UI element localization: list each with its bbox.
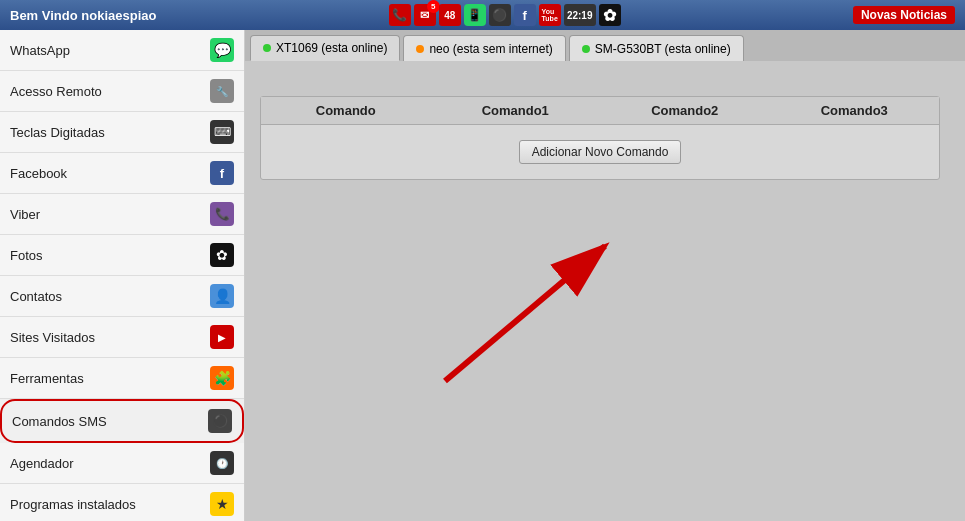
sites-sidebar-icon: ▶ [210,325,234,349]
cmd-header-3: Comando3 [770,103,940,118]
sidebar-item-programas-instalados[interactable]: Programas instalados ★ [0,484,244,521]
clock-icon: 22:19 [564,4,596,26]
command-table: Comando Comando1 Comando2 Comando3 Adici… [260,96,940,180]
svg-line-1 [445,246,605,381]
sidebar: WhatsApp 💬 Acesso Remoto 🔧 Teclas Digita… [0,30,245,521]
sidebar-item-sites-visitados[interactable]: Sites Visitados ▶ [0,317,244,358]
sidebar-item-comandos-sms[interactable]: Comandos SMS ⚫ [0,399,244,443]
acesso-remoto-sidebar-icon: 🔧 [210,79,234,103]
tab-dot-sm-g530bt [582,45,590,53]
sidebar-label-sites-visitados: Sites Visitados [10,330,210,345]
cmd-header-1: Comando1 [431,103,601,118]
youtube-header-icon[interactable]: YouTube [539,4,561,26]
tab-label-xt1069: XT1069 (esta online) [276,41,387,55]
sidebar-label-whatsapp: WhatsApp [10,43,210,58]
tab-neo[interactable]: neo (esta sem internet) [403,35,565,61]
header-title: Bem Vindo nokiaespiao [10,8,156,23]
sidebar-item-teclas-digitadas[interactable]: Teclas Digitadas ⌨ [0,112,244,153]
tabs-bar: XT1069 (esta online) neo (esta sem inter… [245,30,965,61]
command-table-body: Adicionar Novo Comando [261,125,939,179]
agendador-sidebar-icon: 🕐 [210,451,234,475]
sidebar-label-ferramentas: Ferramentas [10,371,210,386]
sidebar-item-contatos[interactable]: Contatos 👤 [0,276,244,317]
sidebar-label-facebook: Facebook [10,166,210,181]
fotos-sidebar-icon: ✿ [210,243,234,267]
notification-icon[interactable]: 48 [439,4,461,26]
viber-sidebar-icon: 📞 [210,202,234,226]
sms-sidebar-icon: ⚫ [208,409,232,433]
header: Bem Vindo nokiaespiao 📞 ✉ 5 48 📱 ⚫ f You… [0,0,965,30]
tab-xt1069[interactable]: XT1069 (esta online) [250,35,400,61]
sidebar-label-agendador: Agendador [10,456,210,471]
sidebar-label-fotos: Fotos [10,248,210,263]
sidebar-label-comandos-sms: Comandos SMS [12,414,208,429]
content-area: Comando Comando1 Comando2 Comando3 Adici… [245,61,965,521]
tab-label-neo: neo (esta sem internet) [429,42,552,56]
sidebar-item-fotos[interactable]: Fotos ✿ [0,235,244,276]
tab-sm-g530bt[interactable]: SM-G530BT (esta online) [569,35,744,61]
sidebar-item-acesso-remoto[interactable]: Acesso Remoto 🔧 [0,71,244,112]
sidebar-label-acesso-remoto: Acesso Remoto [10,84,210,99]
ferramentas-sidebar-icon: 🧩 [210,366,234,390]
facebook-sidebar-icon: f [210,161,234,185]
sms-badge: 5 [427,0,440,13]
header-icons: 📞 ✉ 5 48 📱 ⚫ f YouTube 22:19 ✿ [389,4,621,26]
tab-dot-neo [416,45,424,53]
tab-dot-xt1069 [263,44,271,52]
whatsapp-sidebar-icon: 💬 [210,38,234,62]
whatsapp-header-icon[interactable]: 📱 [464,4,486,26]
sidebar-item-viber[interactable]: Viber 📞 [0,194,244,235]
camera-icon[interactable]: ⚫ [489,4,511,26]
sidebar-item-ferramentas[interactable]: Ferramentas 🧩 [0,358,244,399]
programs-sidebar-icon: ★ [210,492,234,516]
sidebar-label-programas-instalados: Programas instalados [10,497,210,512]
main-content: XT1069 (esta online) neo (esta sem inter… [245,30,965,521]
teclas-digitadas-sidebar-icon: ⌨ [210,120,234,144]
phone-icon[interactable]: 📞 [389,4,411,26]
sidebar-label-viber: Viber [10,207,210,222]
sms-icon[interactable]: ✉ 5 [414,4,436,26]
cmd-header-0: Comando [261,103,431,118]
sidebar-item-agendador[interactable]: Agendador 🕐 [0,443,244,484]
sidebar-label-contatos: Contatos [10,289,210,304]
playboy-icon[interactable]: ✿ [599,4,621,26]
add-command-button[interactable]: Adicionar Novo Comando [519,140,682,164]
sidebar-label-teclas-digitadas: Teclas Digitadas [10,125,210,140]
header-news-button[interactable]: Novas Noticias [853,6,955,24]
cmd-header-2: Comando2 [600,103,770,118]
layout: WhatsApp 💬 Acesso Remoto 🔧 Teclas Digita… [0,30,965,521]
tab-label-sm-g530bt: SM-G530BT (esta online) [595,42,731,56]
facebook-header-icon[interactable]: f [514,4,536,26]
sidebar-item-facebook[interactable]: Facebook f [0,153,244,194]
command-table-header: Comando Comando1 Comando2 Comando3 [261,97,939,125]
sidebar-item-whatsapp[interactable]: WhatsApp 💬 [0,30,244,71]
contatos-sidebar-icon: 👤 [210,284,234,308]
